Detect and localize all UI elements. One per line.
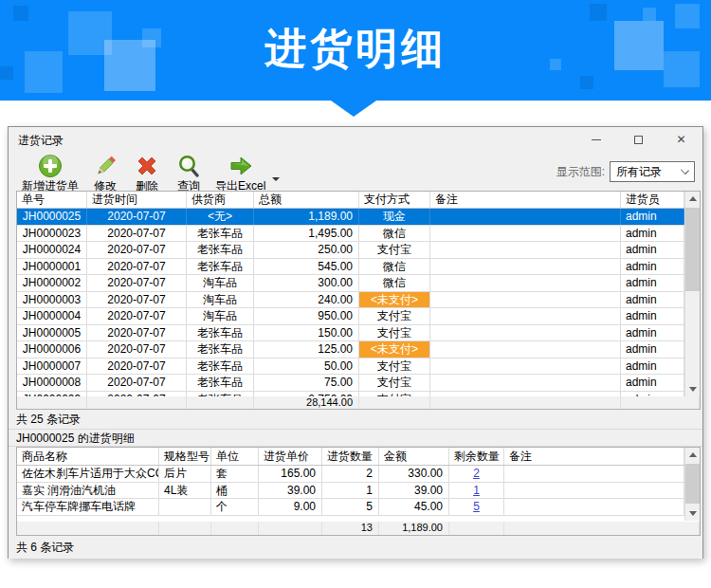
toolbar-delete-button[interactable]: 删除 xyxy=(126,153,168,195)
summary-cell xyxy=(504,522,700,535)
table-row[interactable]: JH00000072020-07-07老张车品50.00支付宝admin xyxy=(17,358,700,376)
table-cell: 150.00 xyxy=(254,325,359,341)
table-cell: 950.00 xyxy=(254,308,359,324)
summary-cell xyxy=(359,396,430,409)
table-row[interactable]: JH00000232020-07-07老张车品1,495.00微信admin xyxy=(17,226,700,243)
toolbar-buttons: 新增进货单修改删除查询导出Excel xyxy=(16,153,280,195)
table-cell: 2020-07-07 xyxy=(87,325,187,341)
table-row[interactable]: JH00000252020-07-07<无>1,189.00现金admin xyxy=(17,209,700,226)
table-cell: 老张车品 xyxy=(187,375,254,391)
close-button[interactable]: ✕ xyxy=(660,127,702,152)
table-cell xyxy=(504,466,684,482)
summary-cell xyxy=(621,396,700,409)
table-cell: 套 xyxy=(211,466,259,482)
detail-row[interactable]: 汽车停车牌挪车电话牌个9.00545.005 xyxy=(17,499,700,516)
export-icon xyxy=(228,154,253,178)
table-cell: 2020-07-07 xyxy=(87,292,187,308)
scrollbar-thumb[interactable] xyxy=(685,464,700,504)
unpaid-badge: <未支付> xyxy=(359,292,429,308)
table-cell xyxy=(430,325,621,341)
table-cell: JH0000005 xyxy=(17,325,87,341)
table-cell: 淘车品 xyxy=(187,292,254,308)
table-cell: 支付宝 xyxy=(359,375,430,391)
table-cell: JH0000007 xyxy=(17,358,87,375)
main-table-scrollbar[interactable] xyxy=(684,192,700,396)
table-cell: 微信 xyxy=(359,226,430,242)
window-title: 进货记录 xyxy=(18,133,64,149)
table-cell: 2020-07-07 xyxy=(87,375,187,391)
export-dropdown-caret-icon[interactable] xyxy=(272,177,280,181)
table-cell: 支付宝 xyxy=(359,358,430,375)
table-cell xyxy=(430,358,621,375)
table-cell xyxy=(430,259,621,275)
minimize-button[interactable] xyxy=(574,127,617,152)
detail-row[interactable]: 嘉实 润滑油汽机油4L装桶39.00139.001 xyxy=(17,483,700,500)
table-row[interactable]: JH00000062020-07-07老张车品125.00<未支付>admin xyxy=(17,341,700,358)
summary-cell xyxy=(17,396,87,409)
detail-table-scrollbar[interactable] xyxy=(684,448,700,521)
detail-row[interactable]: 佐佐木刹车片适用于大众CC 后片后片套165.002330.002 xyxy=(17,466,700,483)
table-cell: 250.00 xyxy=(254,242,359,258)
table-cell: 现金 xyxy=(359,209,430,225)
toolbar: 新增进货单修改删除查询导出Excel 显示范围: 所有记录 xyxy=(9,152,702,190)
column-header: 规格型号 xyxy=(159,448,211,465)
toolbar-edit-button[interactable]: 修改 xyxy=(84,153,126,195)
table-cell: JH0000023 xyxy=(17,226,87,242)
table-cell: 2 xyxy=(322,466,379,482)
summary-cell xyxy=(430,396,621,409)
maximize-button[interactable] xyxy=(617,127,660,152)
scrollbar-thumb[interactable] xyxy=(685,208,700,291)
column-header: 商品名称 xyxy=(17,448,159,465)
toolbar-search-button[interactable]: 查询 xyxy=(168,153,210,195)
maximize-icon xyxy=(634,136,643,144)
remaining-qty-link[interactable]: 1 xyxy=(473,484,480,497)
table-cell: 支付宝 xyxy=(359,325,430,341)
table-row[interactable]: JH00000052020-07-07老张车品150.00支付宝admin xyxy=(17,325,700,342)
toolbar-add-button[interactable]: 新增进货单 xyxy=(16,153,84,195)
scroll-up-icon[interactable] xyxy=(685,192,701,207)
scroll-up-icon[interactable] xyxy=(685,448,701,463)
table-cell xyxy=(430,292,621,308)
table-cell: 佐佐木刹车片适用于大众CC 后片 xyxy=(17,466,159,482)
remaining-qty-link[interactable]: 5 xyxy=(473,500,480,513)
delete-icon xyxy=(135,154,159,178)
table-cell: 1,189.00 xyxy=(254,209,359,225)
table-row[interactable]: JH00000082020-07-07老张车品75.00支付宝admin xyxy=(17,375,700,392)
table-cell: 9.00 xyxy=(259,499,322,515)
table-cell: 老张车品 xyxy=(187,341,254,358)
table-row[interactable]: JH00000012020-07-07老张车品545.00微信admin xyxy=(17,259,700,276)
table-cell: admin xyxy=(621,275,684,291)
payment-cell: <未支付> xyxy=(359,341,430,358)
summary-cell xyxy=(187,396,254,409)
table-cell xyxy=(430,308,621,324)
summary-cell xyxy=(159,522,211,535)
table-cell xyxy=(430,341,621,358)
detail-table: 商品名称规格型号单位进货单价进货数量金额剩余数量备注 佐佐木刹车片适用于大众CC… xyxy=(16,447,701,536)
toolbar-export-button[interactable]: 导出Excel xyxy=(210,153,271,195)
scope-filter: 显示范围: 所有记录 xyxy=(556,161,695,182)
table-cell: 39.00 xyxy=(259,483,322,499)
table-cell: 支付宝 xyxy=(359,242,430,258)
table-row[interactable]: JH00000042020-07-07淘车品950.00支付宝admin xyxy=(17,308,700,325)
table-cell: admin xyxy=(621,292,684,308)
scroll-down-icon[interactable] xyxy=(685,505,701,521)
table-cell: 老张车品 xyxy=(187,226,254,242)
decor-square xyxy=(580,76,593,89)
table-cell: 2020-07-07 xyxy=(87,308,187,324)
table-row[interactable]: JH00000242020-07-07老张车品250.00支付宝admin xyxy=(17,242,700,259)
table-cell: 2020-07-07 xyxy=(87,341,187,358)
table-row[interactable]: JH00000022020-07-07淘车品300.00微信admin xyxy=(17,275,700,292)
detail-total: 13 xyxy=(322,522,379,535)
remaining-qty-link[interactable]: 2 xyxy=(473,467,480,480)
table-cell: 桶 xyxy=(211,483,259,499)
table-cell: <无> xyxy=(187,209,254,225)
table-cell: 2020-07-07 xyxy=(87,259,187,275)
summary-cell xyxy=(259,522,322,535)
scroll-down-icon[interactable] xyxy=(685,381,701,396)
scope-label: 显示范围: xyxy=(556,164,605,180)
table-row[interactable]: JH00000032020-07-07淘车品240.00<未支付>admin xyxy=(17,292,700,309)
titlebar: 进货记录 ✕ xyxy=(9,127,702,152)
purchase-table-rows: JH00000252020-07-07<无>1,189.00现金adminJH0… xyxy=(17,209,700,396)
scope-select[interactable]: 所有记录 xyxy=(610,161,695,182)
header-banner: 进货明细 xyxy=(0,0,711,101)
